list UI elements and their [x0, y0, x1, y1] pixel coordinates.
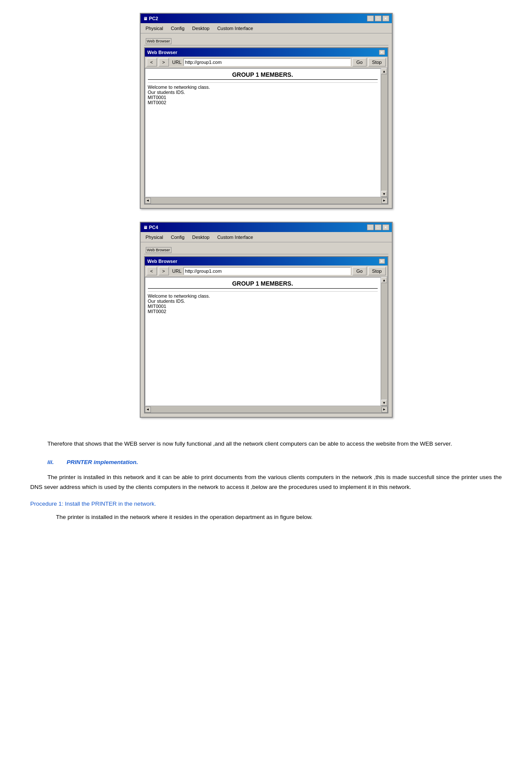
- pc4-minimize-button[interactable]: _: [367, 224, 374, 230]
- page-title: GROUP 1 MEMBERS.: [148, 71, 378, 80]
- pc4-scroll-right[interactable]: ►: [382, 407, 388, 413]
- pc2-body: Web Browser Web Browser × < > URL Go Sto…: [141, 33, 392, 208]
- pc4-title: PC4: [149, 225, 158, 230]
- page-line-4: MIT0002: [148, 100, 378, 105]
- pc4-menu-physical[interactable]: Physical: [142, 234, 167, 241]
- scroll-right[interactable]: ►: [382, 198, 388, 204]
- pc4-scroll-left[interactable]: ◄: [145, 407, 151, 413]
- scrollbar-horizontal[interactable]: ◄ ►: [145, 197, 388, 204]
- maximize-button[interactable]: □: [375, 15, 382, 21]
- pc4-go-button[interactable]: Go: [352, 267, 367, 275]
- pc4-page-line-3: MIT0001: [148, 304, 378, 309]
- pc4-browser-content: GROUP 1 MEMBERS. Welcome to networking c…: [145, 277, 381, 406]
- pc4-titlebar: 🖥 PC4 _ □ ×: [141, 223, 392, 232]
- scroll-down[interactable]: ▼: [381, 191, 387, 197]
- pc4-page-title: GROUP 1 MEMBERS.: [148, 280, 378, 289]
- pc4-scroll-track[interactable]: [381, 283, 388, 400]
- pc4-browser-toolbar: < > URL Go Stop: [145, 265, 388, 277]
- url-input[interactable]: [183, 58, 351, 66]
- pc4-page-line-2: Our students IDS.: [148, 299, 378, 304]
- page-divider: [148, 82, 378, 83]
- pc4-scroll-up[interactable]: ▲: [381, 277, 387, 283]
- pc4-page-divider: [148, 291, 378, 292]
- pc4-browser-content-wrapper: GROUP 1 MEMBERS. Welcome to networking c…: [145, 277, 388, 406]
- procedure1-heading: Procedure 1: Install the PRINTER in the …: [30, 499, 502, 509]
- pc4-icon: 🖥: [143, 225, 147, 230]
- scrollbar-vertical[interactable]: ▲ ▼: [381, 68, 388, 197]
- pc4-stop-button[interactable]: Stop: [368, 267, 386, 275]
- page-blank-space: [148, 105, 378, 191]
- pc4-browser-close-btn[interactable]: ×: [379, 259, 385, 264]
- pc4-browser-titlebar: Web Browser ×: [145, 257, 388, 265]
- pc4-page-line-4: MIT0002: [148, 309, 378, 314]
- paragraph1: Therefore that shows that the WEB server…: [30, 439, 502, 449]
- browser-close-btn[interactable]: ×: [379, 50, 385, 55]
- pc4-page-blank-space: [148, 314, 378, 400]
- taskbar-item[interactable]: Web Browser: [146, 38, 171, 44]
- pc4-menubar: Physical Config Desktop Custom Interface: [141, 232, 392, 242]
- menu-config[interactable]: Config: [167, 25, 188, 32]
- h-scroll-track[interactable]: [151, 198, 382, 204]
- scroll-left[interactable]: ◄: [145, 198, 151, 204]
- pc4-menu-desktop[interactable]: Desktop: [189, 234, 213, 241]
- go-button[interactable]: Go: [352, 58, 367, 66]
- pc2-browser: Web Browser × < > URL Go Stop GROUP 1 ME…: [144, 47, 388, 205]
- pc4-menu-custom-interface[interactable]: Custom Interface: [214, 234, 257, 241]
- pc2-taskbar: Web Browser: [144, 37, 388, 45]
- procedure1-body: The printer is installed in the network …: [30, 513, 502, 522]
- back-button[interactable]: <: [147, 58, 157, 66]
- pc4-forward-button[interactable]: >: [159, 267, 169, 275]
- pc2-titlebar: 🖥 PC2 _ □ ×: [141, 14, 392, 23]
- browser-toolbar: < > URL Go Stop: [145, 57, 388, 68]
- pc4-page-line-1: Welcome to networking class.: [148, 293, 378, 299]
- pc4-url-label: URL: [172, 268, 182, 274]
- pc4-menu-config[interactable]: Config: [167, 234, 188, 241]
- pc2-menubar: Physical Config Desktop Custom Interface: [141, 23, 392, 33]
- forward-button[interactable]: >: [159, 58, 169, 66]
- menu-custom-interface[interactable]: Custom Interface: [214, 25, 257, 32]
- pc4-back-button[interactable]: <: [147, 267, 157, 275]
- pc4-scroll-down[interactable]: ▼: [381, 400, 387, 406]
- pc2-title: PC2: [149, 16, 158, 21]
- pc4-window: 🖥 PC4 _ □ × Physical Config Desktop Cust…: [140, 222, 393, 418]
- titlebar-left: 🖥 PC2: [143, 16, 158, 21]
- pc4-browser-title: Web Browser: [147, 259, 177, 264]
- close-button[interactable]: ×: [382, 15, 389, 21]
- pc4-taskbar: Web Browser: [144, 246, 388, 254]
- page-line-2: Our students IDS.: [148, 90, 378, 95]
- pc4-h-scroll-track[interactable]: [151, 407, 382, 413]
- pc4-titlebar-controls: _ □ ×: [367, 224, 389, 230]
- scroll-track[interactable]: [381, 74, 388, 191]
- menu-physical[interactable]: Physical: [142, 25, 167, 32]
- pc4-url-input[interactable]: [183, 267, 351, 275]
- pc4-browser: Web Browser × < > URL Go Stop GROUP 1 ME…: [144, 256, 388, 413]
- browser-content: GROUP 1 MEMBERS. Welcome to networking c…: [145, 68, 381, 197]
- stop-button[interactable]: Stop: [368, 58, 386, 66]
- browser-titlebar: Web Browser ×: [145, 48, 388, 57]
- url-label: URL: [172, 60, 182, 65]
- minimize-button[interactable]: _: [367, 15, 374, 21]
- pc2-icon: 🖥: [143, 16, 147, 21]
- pc4-titlebar-left: 🖥 PC4: [143, 225, 158, 230]
- roman-numeral: iii.: [48, 459, 54, 465]
- section-iii-heading: iii. PRINTER implementation.: [48, 458, 502, 467]
- text-content-area: Therefore that shows that the WEB server…: [30, 431, 502, 536]
- browser-title: Web Browser: [147, 50, 177, 55]
- browser-content-wrapper: GROUP 1 MEMBERS. Welcome to networking c…: [145, 68, 388, 197]
- paragraph2: The printer is installed in this network…: [30, 473, 502, 492]
- menu-desktop[interactable]: Desktop: [189, 25, 213, 32]
- titlebar-controls: _ □ ×: [367, 15, 389, 21]
- pc2-window: 🖥 PC2 _ □ × Physical Config Desktop Cust…: [140, 13, 393, 209]
- page-line-1: Welcome to networking class.: [148, 84, 378, 90]
- page-line-3: MIT0001: [148, 95, 378, 100]
- pc4-taskbar-item[interactable]: Web Browser: [146, 247, 171, 253]
- pc4-scrollbar-horizontal[interactable]: ◄ ►: [145, 406, 388, 413]
- section-title: PRINTER implementation.: [67, 459, 138, 465]
- scroll-up[interactable]: ▲: [381, 68, 387, 74]
- pc4-maximize-button[interactable]: □: [375, 224, 382, 230]
- pc4-scrollbar-vertical[interactable]: ▲ ▼: [381, 277, 388, 406]
- pc4-body: Web Browser Web Browser × < > URL Go Sto…: [141, 242, 392, 417]
- pc4-close-button[interactable]: ×: [382, 224, 389, 230]
